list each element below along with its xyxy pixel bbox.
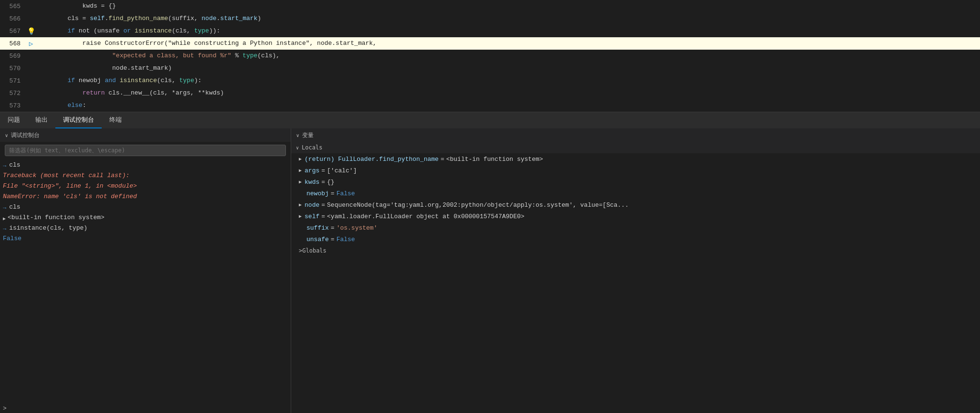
token: ) [257, 15, 261, 22]
expand-variable-btn[interactable]: ▶ [299, 179, 302, 185]
locals-chevron: ∨ [296, 145, 299, 150]
variables-panel: ∨ 变量 ∨ Locals ▶(return) FullLoader.find_… [291, 128, 980, 413]
console-line: Traceback (most recent call last): [0, 171, 291, 182]
expand-variable-btn[interactable]: ▶ [299, 156, 302, 162]
panel-tab-调试控制台[interactable]: 调试控制台 [55, 112, 102, 128]
token: kwds = {} [38, 2, 116, 10]
token: start_mark [220, 15, 257, 22]
variable-item: newobj = False [291, 188, 980, 199]
var-name: node [305, 201, 319, 209]
token [38, 89, 83, 96]
token: if [67, 27, 75, 34]
code-content: if newobj and isinstance(cls, type): [36, 74, 980, 87]
variable-item: ▶(return) FullLoader.find_python_name = … [291, 153, 980, 165]
token: : [83, 102, 86, 109]
console-text: cls [9, 203, 20, 211]
token: ): [194, 77, 202, 84]
line-number: 571 [0, 77, 26, 85]
token: cls.__new__(cls, *args, **kwds) [105, 89, 224, 96]
var-value: False [337, 236, 355, 243]
debug-console-title: 调试控制台 [11, 131, 40, 139]
panel-tab-问题[interactable]: 问题 [0, 112, 28, 128]
var-value: SequenceNode(tag='tag:yaml.org,2002:pyth… [327, 201, 629, 209]
expand-arrow-icon[interactable]: ▶ [3, 216, 6, 222]
var-name: unsafe [306, 236, 329, 243]
prompt-arrow: → [3, 205, 6, 212]
code-content: cls = self.find_python_name(suffix, node… [36, 12, 980, 25]
console-line: File "<string>", line 1, in <module> [0, 182, 291, 192]
line-number: 569 [0, 53, 26, 60]
variable-item: ▶kwds = {} [291, 176, 980, 188]
variable-item: ▶args = ['calc'] [291, 165, 980, 176]
token: and [105, 77, 116, 84]
locals-section-header: ∨ Locals [291, 142, 980, 153]
var-equals: = [331, 224, 335, 232]
token [38, 52, 112, 59]
var-name: args [305, 167, 319, 174]
code-line-573: 573 else: [0, 99, 980, 112]
code-content: node.start_mark) [36, 62, 980, 74]
debug-panels: ∨ 调试控制台 →clsTraceback (most recent call … [0, 128, 980, 413]
token: find_python_name [108, 15, 168, 22]
debug-arrow-icon: ▷ [29, 40, 33, 48]
console-line: →isinstance(cls, type) [0, 224, 291, 234]
var-equals: = [321, 167, 325, 174]
token: self [90, 15, 105, 22]
console-output: →clsTraceback (most recent call last): F… [0, 159, 291, 404]
code-content: return cls.__new__(cls, *args, **kwds) [36, 87, 980, 99]
var-name: self [305, 213, 319, 220]
token: isinstance [135, 27, 172, 34]
token: type [194, 27, 209, 34]
var-name: newobj [306, 190, 329, 197]
code-content: "expected a class, but found %r" % type(… [36, 50, 980, 62]
var-name: kwds [305, 179, 319, 186]
debug-console-panel: ∨ 调试控制台 →clsTraceback (most recent call … [0, 128, 291, 413]
globals-chevron: > [299, 247, 302, 254]
console-line: NameError: name 'cls' is not defined [0, 192, 291, 203]
var-value: ['calc'] [327, 167, 357, 174]
token: or [123, 27, 131, 34]
console-input-prompt: > [0, 404, 291, 413]
var-name: (return) FullLoader.find_python_name [305, 156, 439, 163]
console-line: ▶<built-in function system> [0, 213, 291, 224]
locals-label: Locals [302, 144, 322, 151]
line-number: 566 [0, 15, 26, 22]
var-value: <yaml.loader.FullLoader object at 0x0000… [327, 213, 524, 220]
var-value: False [337, 190, 355, 197]
code-line-571: 571 if newobj and isinstance(cls, type): [0, 74, 980, 87]
token: "expected a class, but found %r" [112, 52, 232, 59]
var-equals: = [331, 190, 335, 197]
code-content: kwds = {} [36, 0, 980, 12]
token [38, 77, 67, 84]
code-content: else: [36, 99, 980, 112]
debug-console-header: ∨ 调试控制台 [0, 128, 291, 142]
code-line-565: 565 kwds = {} [0, 0, 980, 12]
expand-variable-btn[interactable]: ▶ [299, 213, 302, 219]
variables-title: 变量 [302, 131, 314, 139]
variables-list: ▶(return) FullLoader.find_python_name = … [291, 153, 980, 245]
expand-variable-btn[interactable]: ▶ [299, 168, 302, 173]
code-line-572: 572 return cls.__new__(cls, *args, **kwd… [0, 87, 980, 99]
token: newobj [75, 77, 105, 84]
globals-section: > Globals [291, 245, 980, 256]
token: (cls), [257, 52, 280, 59]
token: (cls, [172, 27, 194, 34]
variables-panel-header: ∨ 变量 [291, 128, 980, 142]
var-equals: = [441, 156, 444, 163]
token: node.start_mark) [38, 64, 172, 72]
expand-variable-btn[interactable]: ▶ [299, 202, 302, 208]
code-line-570: 570 node.start_mark) [0, 62, 980, 74]
token: (cls, [157, 77, 179, 84]
chevron-icon: ∨ [5, 133, 8, 138]
filter-input[interactable] [5, 145, 286, 156]
variable-item: ▶node = SequenceNode(tag='tag:yaml.org,2… [291, 199, 980, 211]
var-name: suffix [306, 224, 329, 232]
token [131, 27, 135, 34]
console-error-text: File "<string>", line 1, in <module> [3, 182, 137, 190]
panel-tab-输出[interactable]: 输出 [28, 112, 55, 128]
panel-tab-终端[interactable]: 终端 [102, 112, 129, 128]
token: )): [209, 27, 220, 34]
var-equals: = [321, 201, 325, 209]
token: % [232, 52, 242, 59]
console-line: →cls [0, 203, 291, 213]
